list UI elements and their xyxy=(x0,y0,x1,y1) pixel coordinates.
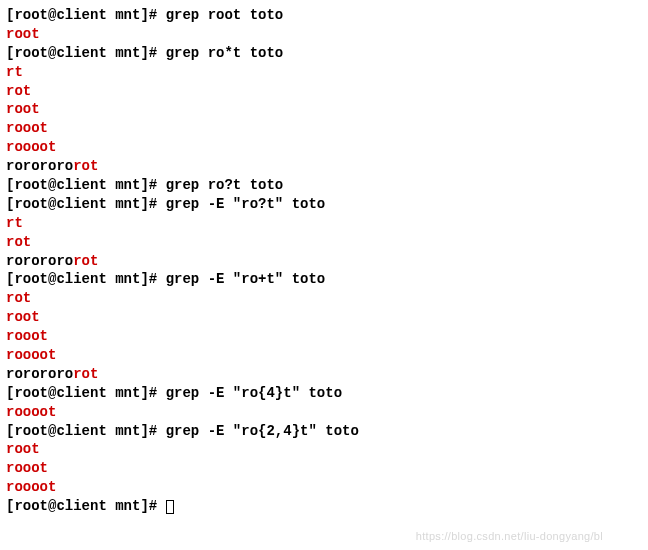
grep-match-text: root xyxy=(6,26,40,42)
grep-match-text: root xyxy=(6,309,40,325)
grep-match-text: rt xyxy=(6,64,23,80)
shell-prompt: [root@client mnt]# xyxy=(6,177,166,193)
terminal-line: rororororot xyxy=(6,365,642,384)
grep-nomatch-text: rorororo xyxy=(6,158,73,174)
shell-prompt: [root@client mnt]# xyxy=(6,196,166,212)
grep-match-text: rt xyxy=(6,215,23,231)
grep-match-text: rot xyxy=(6,234,31,250)
shell-prompt: [root@client mnt]# xyxy=(6,271,166,287)
terminal-line: [root@client mnt]# xyxy=(6,497,642,516)
terminal-output: [root@client mnt]# grep root totoroot[ro… xyxy=(6,6,642,516)
shell-command: grep -E "ro+t" toto xyxy=(166,271,326,287)
grep-match-text: roooot xyxy=(6,479,56,495)
terminal-line: rooot xyxy=(6,327,642,346)
cursor-icon xyxy=(166,500,174,514)
terminal-line: [root@client mnt]# grep -E "ro?t" toto xyxy=(6,195,642,214)
terminal-line: roooot xyxy=(6,346,642,365)
shell-command: grep ro?t toto xyxy=(166,177,284,193)
terminal-line: rt xyxy=(6,63,642,82)
terminal-line: rooot xyxy=(6,459,642,478)
terminal-line: [root@client mnt]# grep root toto xyxy=(6,6,642,25)
terminal-line: [root@client mnt]# grep ro*t toto xyxy=(6,44,642,63)
terminal-line: rt xyxy=(6,214,642,233)
shell-command: grep root toto xyxy=(166,7,284,23)
terminal-line: [root@client mnt]# grep -E "ro+t" toto xyxy=(6,270,642,289)
grep-match-text: roooot xyxy=(6,347,56,363)
shell-prompt: [root@client mnt]# xyxy=(6,45,166,61)
grep-match-text: rooot xyxy=(6,328,48,344)
terminal-line: rooot xyxy=(6,119,642,138)
terminal-line: root xyxy=(6,440,642,459)
terminal-line: root xyxy=(6,308,642,327)
terminal-line: [root@client mnt]# grep -E "ro{4}t" toto xyxy=(6,384,642,403)
terminal-line: root xyxy=(6,25,642,44)
grep-match-text: rooot xyxy=(6,120,48,136)
shell-prompt: [root@client mnt]# xyxy=(6,423,166,439)
grep-match-text: rot xyxy=(73,158,98,174)
grep-match-text: rot xyxy=(73,366,98,382)
terminal-line: rot xyxy=(6,82,642,101)
grep-nomatch-text: rorororo xyxy=(6,366,73,382)
shell-prompt: [root@client mnt]# xyxy=(6,7,166,23)
shell-command: grep -E "ro?t" toto xyxy=(166,196,326,212)
shell-prompt: [root@client mnt]# xyxy=(6,498,166,514)
grep-match-text: rot xyxy=(6,290,31,306)
grep-match-text: rot xyxy=(73,253,98,269)
grep-match-text: root xyxy=(6,101,40,117)
grep-match-text: roooot xyxy=(6,139,56,155)
grep-nomatch-text: rorororo xyxy=(6,253,73,269)
shell-prompt: [root@client mnt]# xyxy=(6,385,166,401)
shell-command: grep ro*t toto xyxy=(166,45,284,61)
grep-match-text: roooot xyxy=(6,404,56,420)
grep-match-text: root xyxy=(6,441,40,457)
terminal-line: [root@client mnt]# grep ro?t toto xyxy=(6,176,642,195)
shell-command: grep -E "ro{4}t" toto xyxy=(166,385,342,401)
terminal-line: rot xyxy=(6,289,642,308)
terminal-line: roooot xyxy=(6,478,642,497)
watermark-text: https://blog.csdn.net/liu-dongyang/bl xyxy=(416,529,603,544)
terminal-line: rororororot xyxy=(6,252,642,271)
terminal-line: [root@client mnt]# grep -E "ro{2,4}t" to… xyxy=(6,422,642,441)
terminal-line: rororororot xyxy=(6,157,642,176)
terminal-line: rot xyxy=(6,233,642,252)
shell-command: grep -E "ro{2,4}t" toto xyxy=(166,423,359,439)
terminal-line: roooot xyxy=(6,403,642,422)
grep-match-text: rot xyxy=(6,83,31,99)
terminal-line: root xyxy=(6,100,642,119)
grep-match-text: rooot xyxy=(6,460,48,476)
terminal-line: roooot xyxy=(6,138,642,157)
